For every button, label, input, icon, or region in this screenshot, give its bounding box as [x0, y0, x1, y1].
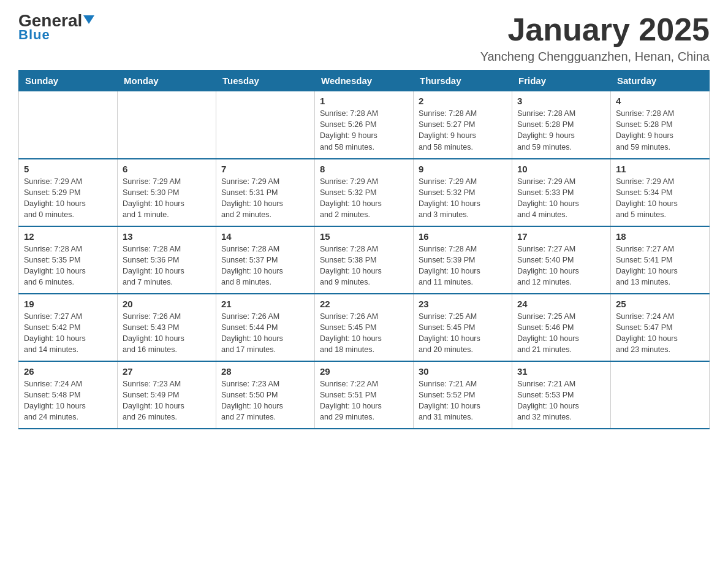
- day-info: Sunrise: 7:21 AM Sunset: 5:53 PM Dayligh…: [517, 378, 605, 423]
- calendar-cell: 12Sunrise: 7:28 AM Sunset: 5:35 PM Dayli…: [19, 226, 118, 294]
- day-info: Sunrise: 7:28 AM Sunset: 5:26 PM Dayligh…: [320, 108, 408, 153]
- calendar-cell: 8Sunrise: 7:29 AM Sunset: 5:32 PM Daylig…: [315, 159, 414, 226]
- day-number: 14: [221, 231, 309, 242]
- day-number: 31: [517, 366, 605, 377]
- logo-triangle-icon: [83, 15, 94, 24]
- calendar-table: SundayMondayTuesdayWednesdayThursdayFrid…: [18, 70, 710, 429]
- calendar-cell: 25Sunrise: 7:24 AM Sunset: 5:47 PM Dayli…: [611, 294, 710, 361]
- day-info: Sunrise: 7:27 AM Sunset: 5:42 PM Dayligh…: [24, 311, 112, 356]
- day-number: 1: [320, 96, 408, 106]
- day-info: Sunrise: 7:27 AM Sunset: 5:41 PM Dayligh…: [616, 243, 704, 288]
- day-number: 18: [616, 231, 704, 242]
- day-number: 8: [320, 164, 408, 174]
- calendar-cell: 20Sunrise: 7:26 AM Sunset: 5:43 PM Dayli…: [118, 294, 216, 361]
- title-block: January 2025 Yancheng Chengguanzhen, Hen…: [480, 12, 710, 64]
- day-number: 30: [419, 366, 507, 377]
- calendar-cell: 6Sunrise: 7:29 AM Sunset: 5:30 PM Daylig…: [118, 159, 216, 226]
- day-number: 29: [320, 366, 408, 377]
- day-info: Sunrise: 7:29 AM Sunset: 5:29 PM Dayligh…: [24, 176, 112, 221]
- calendar-cell: 16Sunrise: 7:28 AM Sunset: 5:39 PM Dayli…: [414, 226, 512, 294]
- day-info: Sunrise: 7:28 AM Sunset: 5:27 PM Dayligh…: [419, 108, 507, 153]
- calendar-cell: [216, 91, 315, 159]
- day-info: Sunrise: 7:24 AM Sunset: 5:48 PM Dayligh…: [24, 378, 112, 423]
- day-info: Sunrise: 7:29 AM Sunset: 5:34 PM Dayligh…: [616, 176, 704, 221]
- day-info: Sunrise: 7:29 AM Sunset: 5:31 PM Dayligh…: [221, 176, 309, 221]
- day-number: 12: [24, 231, 112, 242]
- calendar-week-row: 12Sunrise: 7:28 AM Sunset: 5:35 PM Dayli…: [19, 226, 710, 294]
- day-info: Sunrise: 7:29 AM Sunset: 5:32 PM Dayligh…: [320, 176, 408, 221]
- day-number: 27: [123, 366, 211, 377]
- calendar-cell: 2Sunrise: 7:28 AM Sunset: 5:27 PM Daylig…: [414, 91, 512, 159]
- calendar-cell: 24Sunrise: 7:25 AM Sunset: 5:46 PM Dayli…: [512, 294, 611, 361]
- calendar-cell: 27Sunrise: 7:23 AM Sunset: 5:49 PM Dayli…: [118, 361, 216, 429]
- calendar-cell: 21Sunrise: 7:26 AM Sunset: 5:44 PM Dayli…: [216, 294, 315, 361]
- day-info: Sunrise: 7:29 AM Sunset: 5:33 PM Dayligh…: [517, 176, 605, 221]
- calendar-cell: 18Sunrise: 7:27 AM Sunset: 5:41 PM Dayli…: [611, 226, 710, 294]
- calendar-cell: 11Sunrise: 7:29 AM Sunset: 5:34 PM Dayli…: [611, 159, 710, 226]
- day-info: Sunrise: 7:29 AM Sunset: 5:30 PM Dayligh…: [123, 176, 211, 221]
- day-info: Sunrise: 7:26 AM Sunset: 5:45 PM Dayligh…: [320, 311, 408, 356]
- day-info: Sunrise: 7:28 AM Sunset: 5:39 PM Dayligh…: [419, 243, 507, 288]
- day-number: 20: [123, 299, 211, 309]
- calendar-cell: 31Sunrise: 7:21 AM Sunset: 5:53 PM Dayli…: [512, 361, 611, 429]
- page-header: General Blue January 2025 Yancheng Cheng…: [18, 12, 710, 64]
- day-info: Sunrise: 7:25 AM Sunset: 5:46 PM Dayligh…: [517, 311, 605, 356]
- day-info: Sunrise: 7:23 AM Sunset: 5:50 PM Dayligh…: [221, 378, 309, 423]
- calendar-cell: 17Sunrise: 7:27 AM Sunset: 5:40 PM Dayli…: [512, 226, 611, 294]
- day-number: 7: [221, 164, 309, 174]
- day-number: 21: [221, 299, 309, 309]
- calendar-cell: 19Sunrise: 7:27 AM Sunset: 5:42 PM Dayli…: [19, 294, 118, 361]
- day-number: 9: [419, 164, 507, 174]
- day-number: 4: [616, 96, 704, 106]
- calendar-day-header: Monday: [118, 71, 216, 91]
- day-number: 24: [517, 299, 605, 309]
- day-info: Sunrise: 7:22 AM Sunset: 5:51 PM Dayligh…: [320, 378, 408, 423]
- day-number: 25: [616, 299, 704, 309]
- calendar-cell: 30Sunrise: 7:21 AM Sunset: 5:52 PM Dayli…: [414, 361, 512, 429]
- calendar-header-row: SundayMondayTuesdayWednesdayThursdayFrid…: [19, 71, 710, 91]
- day-number: 5: [24, 164, 112, 174]
- logo-blue: Blue: [18, 27, 50, 43]
- calendar-week-row: 26Sunrise: 7:24 AM Sunset: 5:48 PM Dayli…: [19, 361, 710, 429]
- calendar-day-header: Sunday: [19, 71, 118, 91]
- calendar-week-row: 19Sunrise: 7:27 AM Sunset: 5:42 PM Dayli…: [19, 294, 710, 361]
- calendar-cell: 22Sunrise: 7:26 AM Sunset: 5:45 PM Dayli…: [315, 294, 414, 361]
- calendar-day-header: Friday: [512, 71, 611, 91]
- day-info: Sunrise: 7:29 AM Sunset: 5:32 PM Dayligh…: [419, 176, 507, 221]
- calendar-week-row: 1Sunrise: 7:28 AM Sunset: 5:26 PM Daylig…: [19, 91, 710, 159]
- day-number: 22: [320, 299, 408, 309]
- day-number: 3: [517, 96, 605, 106]
- calendar-cell: 23Sunrise: 7:25 AM Sunset: 5:45 PM Dayli…: [414, 294, 512, 361]
- day-number: 11: [616, 164, 704, 174]
- day-number: 19: [24, 299, 112, 309]
- day-number: 26: [24, 366, 112, 377]
- calendar-cell: 4Sunrise: 7:28 AM Sunset: 5:28 PM Daylig…: [611, 91, 710, 159]
- day-number: 28: [221, 366, 309, 377]
- calendar-cell: [118, 91, 216, 159]
- day-info: Sunrise: 7:26 AM Sunset: 5:43 PM Dayligh…: [123, 311, 211, 356]
- day-info: Sunrise: 7:28 AM Sunset: 5:36 PM Dayligh…: [123, 243, 211, 288]
- calendar-cell: 29Sunrise: 7:22 AM Sunset: 5:51 PM Dayli…: [315, 361, 414, 429]
- day-info: Sunrise: 7:26 AM Sunset: 5:44 PM Dayligh…: [221, 311, 309, 356]
- calendar-cell: 14Sunrise: 7:28 AM Sunset: 5:37 PM Dayli…: [216, 226, 315, 294]
- day-number: 2: [419, 96, 507, 106]
- calendar-cell: 7Sunrise: 7:29 AM Sunset: 5:31 PM Daylig…: [216, 159, 315, 226]
- day-number: 13: [123, 231, 211, 242]
- calendar-cell: 1Sunrise: 7:28 AM Sunset: 5:26 PM Daylig…: [315, 91, 414, 159]
- logo: General Blue: [18, 12, 94, 43]
- calendar-day-header: Thursday: [414, 71, 512, 91]
- day-info: Sunrise: 7:24 AM Sunset: 5:47 PM Dayligh…: [616, 311, 704, 356]
- day-info: Sunrise: 7:28 AM Sunset: 5:37 PM Dayligh…: [221, 243, 309, 288]
- month-title: January 2025: [480, 12, 710, 47]
- calendar-cell: 28Sunrise: 7:23 AM Sunset: 5:50 PM Dayli…: [216, 361, 315, 429]
- day-number: 23: [419, 299, 507, 309]
- day-info: Sunrise: 7:27 AM Sunset: 5:40 PM Dayligh…: [517, 243, 605, 288]
- day-info: Sunrise: 7:23 AM Sunset: 5:49 PM Dayligh…: [123, 378, 211, 423]
- day-info: Sunrise: 7:25 AM Sunset: 5:45 PM Dayligh…: [419, 311, 507, 356]
- calendar-cell: 5Sunrise: 7:29 AM Sunset: 5:29 PM Daylig…: [19, 159, 118, 226]
- day-info: Sunrise: 7:28 AM Sunset: 5:28 PM Dayligh…: [616, 108, 704, 153]
- calendar-cell: [19, 91, 118, 159]
- day-info: Sunrise: 7:28 AM Sunset: 5:38 PM Dayligh…: [320, 243, 408, 288]
- calendar-day-header: Wednesday: [315, 71, 414, 91]
- day-info: Sunrise: 7:28 AM Sunset: 5:28 PM Dayligh…: [517, 108, 605, 153]
